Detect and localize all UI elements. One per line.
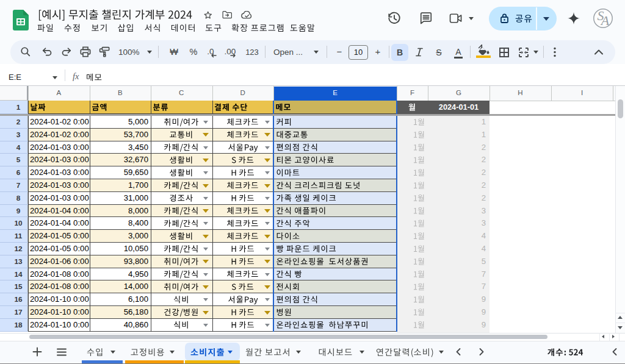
svg-text:A: A bbox=[600, 13, 610, 28]
